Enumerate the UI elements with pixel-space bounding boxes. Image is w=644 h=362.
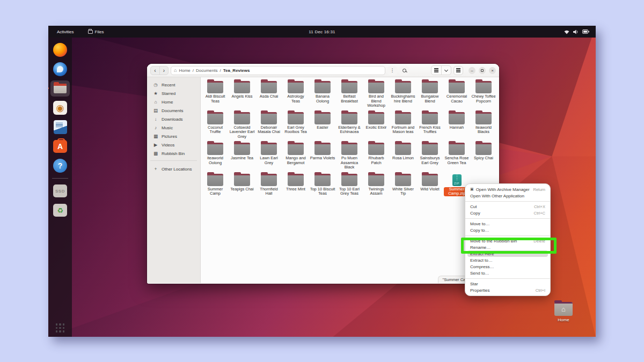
dock-item-app-center[interactable]: A <box>50 138 70 154</box>
list-view-button[interactable] <box>431 66 441 75</box>
file-item[interactable]: Buckinghamshire Blend <box>390 81 416 108</box>
search-button[interactable] <box>399 66 409 75</box>
sidebar-item-rubbish-bin[interactable]: ▩ Rubbish Bin <box>149 149 199 158</box>
focused-app-menu[interactable]: Files <box>88 29 104 34</box>
file-item[interactable]: Spicy Chai <box>470 143 497 170</box>
breadcrumb-home[interactable]: Home <box>179 68 190 73</box>
menu-item-separator[interactable] <box>465 278 550 279</box>
dock-item-help[interactable]: ? <box>50 158 70 174</box>
menu-item-move-to-rubbish-bin[interactable]: Move to the Rubbish Bin Delete <box>465 238 550 244</box>
sidebar-item-videos[interactable]: ▶ Videos <box>149 141 199 149</box>
menu-item-send-to[interactable]: Send to… <box>465 270 550 276</box>
file-item[interactable]: Bungalow Blend <box>416 81 443 108</box>
desktop-home-shortcut[interactable]: ⌂ Home <box>550 302 577 322</box>
clock[interactable]: 11 Dec 16:31 <box>309 29 335 34</box>
sidebar-item-pictures[interactable]: ▦ Pictures <box>149 132 199 141</box>
file-item[interactable]: White Silver Tip <box>390 174 416 196</box>
file-item[interactable]: Three Mint <box>282 174 309 196</box>
dock-item-files[interactable] <box>50 80 70 97</box>
menu-item-properties[interactable]: Properties Ctrl+I <box>465 287 550 293</box>
sidebar-item-home[interactable]: ⌂ Home <box>149 98 199 106</box>
view-options-dropdown[interactable] <box>441 66 451 75</box>
menu-item-open-with-archive-manager[interactable]: ▣ Open With Archive Manager Return <box>465 186 550 193</box>
file-item[interactable]: iteaworld Blacks <box>470 112 497 139</box>
file-item[interactable]: Top 10 Biscuit Teas <box>309 174 336 196</box>
sidebar-item-other-locations[interactable]: + Other Locations <box>149 165 199 173</box>
menu-item-move-to[interactable]: Move to… <box>465 220 550 227</box>
file-item[interactable]: iteaworld Oolong <box>202 143 229 170</box>
file-item[interactable]: Hannah <box>443 112 470 139</box>
menu-item-separator[interactable] <box>465 218 550 219</box>
main-menu-button[interactable] <box>453 66 463 75</box>
file-item[interactable]: Rosa Limon <box>390 143 416 170</box>
file-item[interactable]: Sencha Rose Green Tea <box>443 143 470 170</box>
dock-item-libreoffice-writer[interactable] <box>50 119 70 135</box>
menu-item-separator[interactable] <box>465 235 550 236</box>
file-item[interactable]: Asda Chai <box>255 81 282 108</box>
menu-item-copy-to[interactable]: Copy to… <box>465 227 550 233</box>
file-item[interactable]: Top 10 Earl Grey Teas <box>336 174 363 196</box>
file-item[interactable]: Exotic Elixir <box>363 112 390 139</box>
breadcrumb[interactable]: ⌂ Home / Documents / Tea_Reviews <box>171 66 385 75</box>
menu-item-star[interactable]: Star <box>465 280 550 287</box>
file-item[interactable]: Twinings Assam <box>363 174 390 196</box>
file-item[interactable]: Chewy Toffee Popcorn <box>470 81 497 108</box>
activities-button[interactable]: Activities <box>57 29 74 34</box>
file-item[interactable]: Sainsburys Earl Grey <box>416 143 443 170</box>
breadcrumb-documents[interactable]: Documents <box>196 68 217 73</box>
maximize-button[interactable] <box>479 67 486 74</box>
dock-item-trash[interactable]: ♻ <box>50 202 70 218</box>
sidebar-item-starred[interactable]: ★ Starred <box>149 89 199 98</box>
sidebar-item-recent[interactable]: ◷ Recent <box>149 80 199 89</box>
file-item[interactable]: Mango and Bergamot <box>282 143 309 170</box>
breadcrumb-current-folder[interactable]: Tea_Reviews <box>223 68 250 73</box>
menu-item-rename[interactable]: Rename… <box>465 244 550 250</box>
close-button[interactable]: × <box>489 67 496 74</box>
minimize-button[interactable]: – <box>469 67 475 74</box>
menu-item-compress[interactable]: Compress… <box>465 263 550 270</box>
file-item[interactable]: Earl Grey Rooibos Tea <box>282 112 309 139</box>
file-item[interactable]: Angels Kiss <box>229 81 255 108</box>
sidebar-item-downloads[interactable]: ↓ Downloads <box>149 115 199 123</box>
dock-item-firefox[interactable] <box>50 42 70 58</box>
dock-item-rhythmbox[interactable]: ◉ <box>50 100 70 116</box>
file-item[interactable]: Bird and Blend Workshop <box>363 81 390 108</box>
file-item[interactable]: Teapigs Chai <box>229 174 255 196</box>
path-options-button[interactable]: ⋮ <box>387 66 397 75</box>
file-item[interactable]: Lawn Earl Grey <box>255 143 282 170</box>
file-item[interactable]: Fortnum and Mason teas <box>390 112 416 139</box>
menu-item-label: Compress… <box>470 264 543 269</box>
system-status-area[interactable] <box>564 29 596 34</box>
file-item[interactable]: Coconut Truffle <box>202 112 229 139</box>
file-item[interactable]: Parma Violets <box>309 143 336 170</box>
back-button[interactable]: ‹ <box>151 67 159 75</box>
dock-item-thunderbird[interactable] <box>50 61 70 77</box>
file-item[interactable]: Pu Muen Assamica Black <box>336 143 363 170</box>
dock-item-separator[interactable] <box>52 178 68 179</box>
file-item[interactable]: Wild Violet <box>416 174 443 196</box>
file-item[interactable]: Summer Camp <box>202 174 229 196</box>
file-item[interactable]: Ceremonial Cacao <box>443 81 470 108</box>
menu-item-cut[interactable]: Cut Ctrl+X <box>465 203 550 210</box>
file-item[interactable]: Astrology Teas <box>282 81 309 108</box>
file-item[interactable]: Rhubarb Patch <box>363 143 390 170</box>
menu-item-separator[interactable] <box>465 201 550 202</box>
file-item[interactable]: Belfast Breakfast <box>336 81 363 108</box>
file-item[interactable]: Easter <box>309 112 336 139</box>
file-item[interactable]: Jasmine Tea <box>229 143 255 170</box>
file-item[interactable]: Aldi Biscuit Teas <box>202 81 229 108</box>
sidebar-item-music[interactable]: ♪ Music <box>149 123 199 132</box>
dock-item-ssd-drive[interactable]: SSD <box>50 183 70 199</box>
file-item[interactable]: Elderberry & Echinacea <box>336 112 363 139</box>
menu-item-extract-here[interactable]: Extract Here <box>467 250 548 257</box>
menu-item-copy[interactable]: Copy Ctrl+C <box>465 210 550 216</box>
file-item[interactable]: Thornfield Hall <box>255 174 282 196</box>
file-item[interactable]: Debonair Masala Chai <box>255 112 282 139</box>
file-item[interactable]: Banana Oolong <box>309 81 336 108</box>
menu-item-extract-to[interactable]: Extract to… <box>465 257 550 263</box>
file-item[interactable]: French Kiss Truffles <box>416 112 443 139</box>
menu-item-open-with-other-application[interactable]: Open With Other Application <box>465 193 550 199</box>
sidebar-item-documents[interactable]: ▤ Documents <box>149 106 199 115</box>
file-item[interactable]: Cotswold Lavender Earl Grey <box>229 112 255 139</box>
forward-button[interactable]: › <box>159 67 168 75</box>
